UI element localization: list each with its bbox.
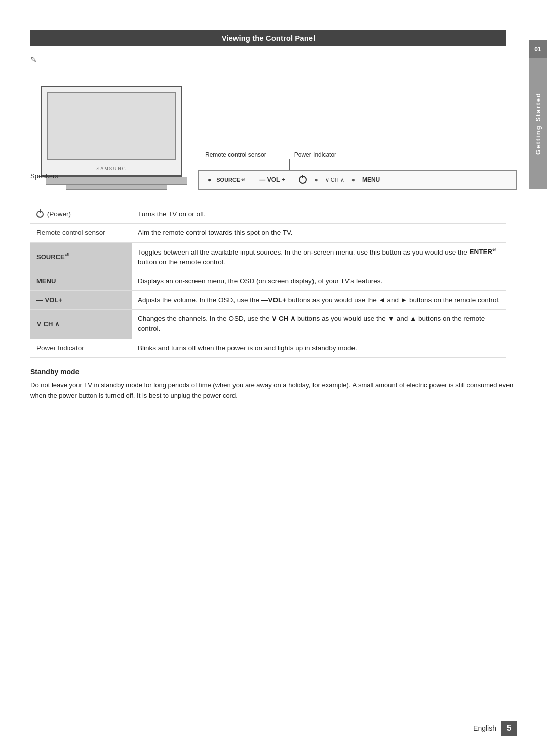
bullet-source: ●: [208, 176, 211, 183]
feature-name-rcs: Remote control sensor: [30, 224, 132, 242]
connector-line-2: [289, 159, 290, 170]
standby-title: Standby mode: [30, 368, 517, 376]
footer: English 5: [473, 721, 517, 736]
table-row: (Power) Turns the TV on or off.: [30, 205, 506, 224]
tv-control-strip: [46, 177, 187, 185]
vol-label: — VOL +: [259, 176, 285, 183]
note-icon: ✎: [30, 55, 37, 64]
footer-page-number: 5: [501, 721, 517, 736]
tv-stand: [66, 185, 167, 190]
standby-section: Standby mode Do not leave your TV in sta…: [30, 368, 517, 401]
feature-desc-pi: Blinks and turns off when the power is o…: [132, 339, 506, 357]
feature-desc-source: Toggles between all the available input …: [132, 242, 506, 272]
table-row: — VOL+ Adjusts the volume. In the OSD, u…: [30, 290, 506, 309]
source-label: SOURCE⏎: [216, 177, 245, 183]
control-panel-section: Remote control sensor Power Indicator ● …: [198, 151, 517, 190]
ch-label: ∨ CH ∧: [325, 177, 344, 183]
feature-name-vol: — VOL+: [30, 290, 132, 309]
footer-language: English: [473, 724, 496, 732]
table-row: SOURCE⏎ Toggles between all the availabl…: [30, 242, 506, 272]
section-title: Viewing the Control Panel: [222, 34, 316, 43]
power-button-icon: [299, 176, 307, 184]
section-title-bar: Viewing the Control Panel: [30, 30, 506, 46]
speakers-connector-line: [61, 175, 86, 176]
standby-text: Do not leave your TV in standby mode for…: [30, 380, 517, 401]
speakers-label: Speakers: [30, 172, 58, 180]
menu-label: MENU: [362, 176, 380, 183]
tv-brand: SAMSUNG: [96, 166, 127, 171]
panel-sep-4: ●: [351, 176, 355, 183]
power-indicator-label: Power Indicator: [294, 151, 336, 158]
feature-name-pi: Power Indicator: [30, 339, 132, 357]
feature-desc-ch: Changes the channels. In the OSD, use th…: [132, 310, 506, 339]
feature-name-source: SOURCE⏎: [30, 242, 132, 272]
table-row: Power Indicator Blinks and turns off whe…: [30, 339, 506, 357]
panel-label-row: Remote control sensor Power Indicator: [198, 151, 517, 158]
connector-lines: [198, 159, 517, 170]
feature-desc-vol: Adjusts the volume. In the OSD, use the …: [132, 290, 506, 309]
page-container: Viewing the Control Panel ✎ SAMSUNG Spea…: [0, 0, 547, 756]
table-row: MENU Displays an on-screen menu, the OSD…: [30, 272, 506, 290]
table-row: ∨ CH ∧ Changes the channels. In the OSD,…: [30, 310, 506, 339]
feature-desc-power: Turns the TV on or off.: [132, 205, 506, 224]
tv-base-area: [41, 177, 192, 190]
feature-desc-rcs: Aim the remote control towards this spot…: [132, 224, 506, 242]
panel-sep-3: ●: [314, 176, 318, 183]
tv-outer: SAMSUNG: [41, 86, 182, 177]
tv-diagram-area: SAMSUNG Speakers Remote control sensor P…: [30, 73, 517, 190]
tv-drawing: SAMSUNG Speakers: [30, 86, 192, 190]
feature-name-power: (Power): [30, 205, 132, 224]
note-line: ✎: [30, 55, 517, 64]
feature-desc-menu: Displays an on-screen menu, the OSD (on …: [132, 272, 506, 290]
connector-line-1: [223, 159, 223, 170]
remote-control-sensor-label: Remote control sensor: [205, 151, 266, 158]
table-row: Remote control sensor Aim the remote con…: [30, 224, 506, 242]
tv-screen: [47, 92, 176, 160]
control-panel-visual: ● SOURCE⏎ — VOL + ● ∨ CH ∧ ● MENU: [198, 170, 517, 190]
feature-name-ch: ∨ CH ∧: [30, 310, 132, 339]
power-button-icon-line: [302, 175, 303, 178]
feature-name-menu: MENU: [30, 272, 132, 290]
feature-table: (Power) Turns the TV on or off. Remote c…: [30, 205, 506, 358]
